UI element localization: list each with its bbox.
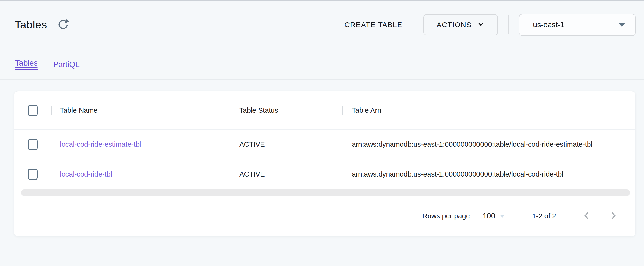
table-name-cell: local-cod-ride-tbl bbox=[52, 170, 233, 178]
table-name-cell: local-cod-ride-estimate-tbl bbox=[52, 140, 233, 148]
previous-page-button[interactable] bbox=[580, 209, 594, 223]
tab-tables[interactable]: Tables bbox=[15, 59, 38, 70]
select-all-checkbox[interactable] bbox=[28, 105, 38, 116]
table-name-link[interactable]: local-cod-ride-estimate-tbl bbox=[60, 140, 141, 148]
pagination-bar: Rows per page: 100 1-2 of 2 bbox=[14, 196, 636, 236]
region-selected-value: us-east-1 bbox=[533, 20, 564, 29]
rows-per-page-label: Rows per page: bbox=[422, 212, 472, 220]
rows-per-page-value: 100 bbox=[482, 212, 495, 220]
pagination-range-label: 1-2 of 2 bbox=[532, 212, 556, 220]
table-arn-cell: arn:aws:dynamodb:us-east-1:000000000000:… bbox=[343, 170, 636, 178]
row-checkbox-cell bbox=[14, 139, 51, 150]
refresh-button[interactable] bbox=[57, 18, 70, 31]
actions-dropdown-button[interactable]: ACTIONS bbox=[424, 14, 498, 35]
tabbar: Tables PartiQL bbox=[0, 49, 644, 80]
horizontal-scrollbar[interactable] bbox=[21, 189, 630, 196]
column-header-table-name[interactable]: Table Name bbox=[52, 106, 233, 115]
table-arn-cell: arn:aws:dynamodb:us-east-1:000000000000:… bbox=[343, 140, 636, 148]
next-page-button[interactable] bbox=[606, 209, 620, 223]
page-title: Tables bbox=[14, 18, 47, 31]
row-checkbox[interactable] bbox=[28, 139, 38, 150]
rows-per-page-select[interactable]: 100 bbox=[482, 212, 505, 220]
table-name-link[interactable]: local-cod-ride-tbl bbox=[60, 170, 112, 178]
column-header-table-arn[interactable]: Table Arn bbox=[343, 106, 636, 115]
grid-header-row: Table Name Table Status Table Arn bbox=[14, 91, 636, 130]
tab-partiql[interactable]: PartiQL bbox=[53, 60, 80, 69]
tables-card: Table Name Table Status Table Arn local-… bbox=[14, 91, 636, 236]
select-all-cell bbox=[14, 105, 51, 116]
header-divider bbox=[508, 15, 509, 34]
row-checkbox-cell bbox=[14, 169, 51, 180]
dropdown-caret-icon bbox=[619, 23, 625, 27]
chevron-down-icon bbox=[477, 20, 485, 30]
column-header-table-status[interactable]: Table Status bbox=[234, 106, 342, 115]
region-select[interactable]: us-east-1 bbox=[519, 14, 636, 36]
table-row: local-cod-ride-estimate-tbl ACTIVE arn:a… bbox=[14, 130, 636, 159]
table-status-cell: ACTIVE bbox=[234, 170, 342, 178]
chevron-right-icon bbox=[608, 210, 619, 222]
refresh-icon bbox=[57, 18, 70, 31]
table-row: local-cod-ride-tbl ACTIVE arn:aws:dynamo… bbox=[14, 159, 636, 189]
row-checkbox[interactable] bbox=[28, 169, 38, 180]
create-table-button[interactable]: CREATE TABLE bbox=[339, 16, 408, 33]
table-status-cell: ACTIVE bbox=[234, 140, 342, 148]
actions-button-label: ACTIONS bbox=[436, 21, 472, 29]
chevron-left-icon bbox=[581, 210, 592, 222]
dropdown-caret-icon bbox=[500, 215, 505, 218]
app-header: Tables CREATE TABLE ACTIONS us-east-1 bbox=[0, 1, 644, 49]
